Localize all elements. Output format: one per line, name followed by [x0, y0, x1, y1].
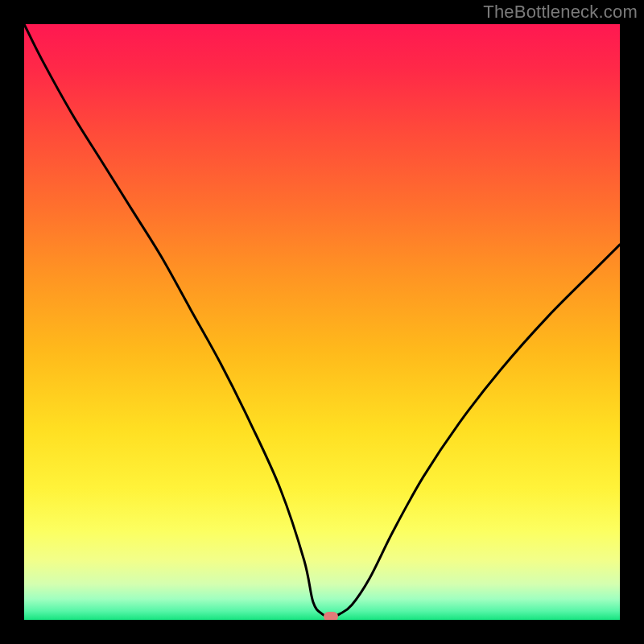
- plot-area: [24, 24, 620, 620]
- chart-frame: TheBottleneck.com: [0, 0, 644, 644]
- plot-svg: [24, 24, 620, 620]
- watermark-text: TheBottleneck.com: [483, 2, 638, 23]
- optimal-point-marker: [324, 612, 338, 620]
- gradient-background: [24, 24, 620, 620]
